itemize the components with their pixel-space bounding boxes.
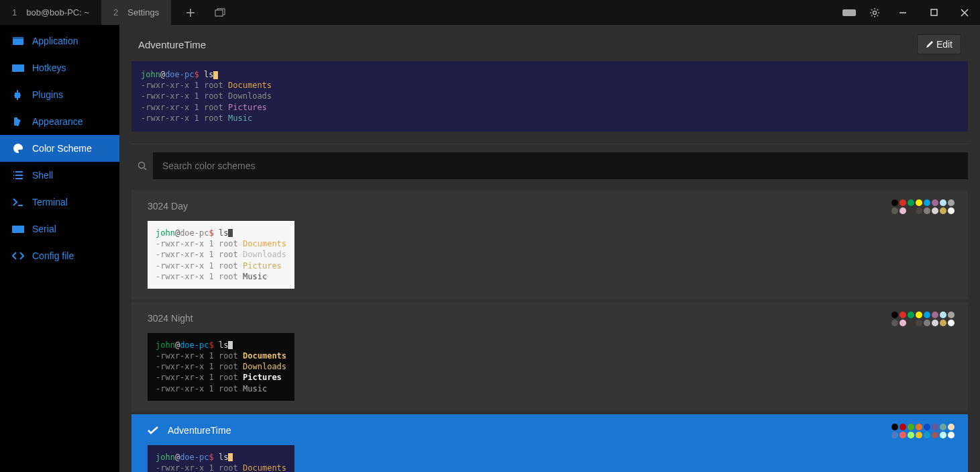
swatch (900, 432, 906, 438)
scheme-card[interactable]: 3024 Nightjohn@doe-pc$ ls-rwxr-xr-x 1 ro… (131, 302, 968, 412)
swatch (932, 207, 938, 214)
svg-rect-6 (12, 64, 24, 72)
scheme-preview: john@doe-pc$ ls-rwxr-xr-x 1 root Documen… (148, 221, 294, 289)
sidebar-item-hotkeys[interactable]: Hotkeys (0, 54, 119, 81)
scheme-preview: john@doe-pc$ ls-rwxr-xr-x 1 root Documen… (148, 445, 294, 472)
settings-button[interactable] (862, 0, 887, 25)
svg-point-10 (139, 162, 145, 168)
sidebar-item-appearance[interactable]: Appearance (0, 108, 119, 135)
keyboard-icon (842, 9, 857, 17)
swatch (916, 312, 922, 318)
swatch (891, 199, 898, 206)
swatch (891, 312, 898, 318)
sidebar-item-label: Terminal (32, 197, 68, 207)
swatch (948, 312, 955, 318)
close-icon (961, 9, 969, 17)
new-tab-button[interactable] (178, 0, 203, 25)
sidebar-item-plugins[interactable]: Plugins (0, 81, 119, 108)
sidebar-item-label: Plugins (32, 89, 63, 100)
swatch (924, 312, 930, 318)
swatch (891, 432, 898, 438)
swatch (940, 432, 946, 438)
swatch (948, 432, 955, 438)
window-controls (887, 0, 980, 25)
scheme-card[interactable]: 3024 Dayjohn@doe-pc$ ls-rwxr-xr-x 1 root… (131, 190, 968, 299)
svg-rect-3 (931, 9, 937, 15)
keyboard-button[interactable] (836, 0, 862, 25)
tab-title: Settings (127, 7, 159, 17)
color-swatches (891, 424, 955, 438)
swatch (932, 320, 938, 326)
settings-sidebar: Application Hotkeys Plugins Appearance C… (0, 25, 119, 472)
pencil-icon (926, 40, 934, 48)
swatch (940, 207, 946, 214)
tab-settings[interactable]: 2 Settings (101, 0, 171, 25)
titlebar: 1 bob@bob-PC: ~ 2 Settings (0, 0, 980, 25)
swatch (940, 320, 946, 326)
minimize-button[interactable] (887, 0, 918, 25)
swatch (924, 320, 930, 326)
sidebar-item-label: Appearance (32, 116, 83, 127)
color-swatches (891, 199, 955, 214)
swatch (908, 424, 914, 430)
svg-point-2 (873, 11, 877, 14)
swatch (908, 432, 914, 438)
minimize-icon (899, 9, 907, 17)
swatch (916, 199, 922, 206)
swatch (900, 320, 906, 326)
close-button[interactable] (949, 0, 980, 25)
swatch (932, 199, 938, 206)
maximize-button[interactable] (918, 0, 949, 25)
swatch (908, 320, 914, 326)
swatch (924, 424, 930, 430)
tab-title: bob@bob-PC: ~ (26, 7, 89, 17)
sidebar-item-shell[interactable]: Shell (0, 162, 119, 189)
list-icon (12, 171, 24, 179)
tab-index: 1 (12, 7, 17, 17)
code-icon (12, 252, 24, 260)
tab-list-button[interactable] (207, 0, 233, 25)
swatch (900, 424, 906, 430)
swatch (916, 320, 922, 326)
swatch (940, 424, 946, 430)
swatch (908, 312, 914, 318)
scheme-card[interactable]: AdventureTimejohn@doe-pc$ ls-rwxr-xr-x 1… (131, 414, 968, 472)
sidebar-item-application[interactable]: Application (0, 28, 119, 54)
sidebar-item-label: Shell (32, 170, 53, 181)
swatch (940, 199, 946, 206)
swatch (932, 424, 938, 430)
scheme-name: AdventureTime (168, 425, 231, 436)
scheme-name: 3024 Day (148, 201, 188, 211)
maximize-icon (930, 9, 938, 16)
sidebar-item-label: Serial (32, 224, 56, 234)
scheme-preview: john@doe-pc$ ls-rwxr-xr-x 1 root Documen… (148, 333, 294, 401)
puzzle-icon (12, 89, 24, 100)
sidebar-item-label: Color Scheme (32, 143, 92, 154)
swatch (948, 207, 955, 214)
swatch (940, 312, 946, 318)
plus-icon (186, 8, 195, 17)
swatch (932, 432, 938, 438)
swatch (924, 432, 930, 438)
keyboard-icon (12, 64, 24, 72)
sidebar-item-label: Hotkeys (32, 62, 66, 73)
sidebar-item-serial[interactable]: Serial (0, 216, 119, 242)
swatch (916, 424, 922, 430)
sidebar-item-config-file[interactable]: Config file (0, 242, 119, 269)
tab-terminal[interactable]: 1 bob@bob-PC: ~ (0, 0, 101, 25)
swatch (948, 320, 955, 326)
swatch (908, 199, 914, 206)
search-input[interactable] (153, 152, 968, 179)
section-header: AdventureTime Edit (119, 25, 980, 61)
edit-button[interactable]: Edit (917, 34, 961, 54)
content-area[interactable]: AdventureTime Edit john@doe-pc$ ls-rwxr-… (119, 25, 980, 472)
keyboard-icon (12, 226, 24, 233)
svg-rect-5 (13, 37, 23, 39)
sidebar-item-terminal[interactable]: Terminal (0, 189, 119, 216)
window-icon (12, 37, 24, 45)
check-icon (148, 426, 158, 434)
sidebar-item-color-scheme[interactable]: Color Scheme (0, 135, 119, 162)
swatch (948, 199, 955, 206)
tab-index: 2 (113, 7, 118, 17)
search-row (131, 152, 968, 179)
